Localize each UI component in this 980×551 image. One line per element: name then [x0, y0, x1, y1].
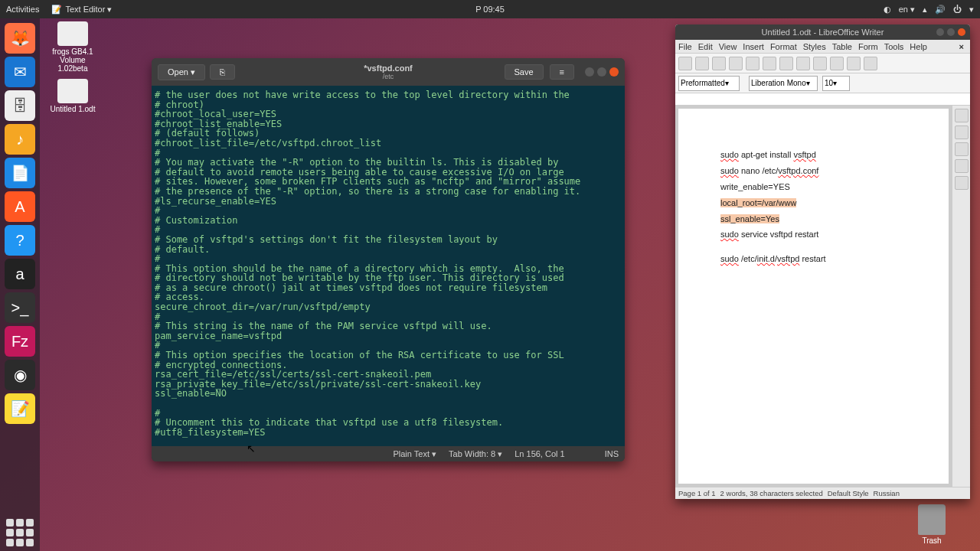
- undo-icon[interactable]: [813, 57, 827, 70]
- show-applications[interactable]: [6, 519, 34, 546]
- activities-button[interactable]: Activities: [6, 5, 39, 14]
- desktop-icon-label: frogs GB4.1 Volume 1.02beta: [46, 47, 100, 73]
- redo-icon[interactable]: [830, 57, 844, 70]
- lo-titlebar[interactable]: Untitled 1.odt - LibreOffice Writer: [675, 24, 970, 40]
- dock-thunderbird[interactable]: ✉: [5, 57, 35, 87]
- gedit-subtitle: /etc: [364, 73, 413, 80]
- dock-rhythmbox[interactable]: ♪: [5, 124, 35, 155]
- gedit-text-area[interactable]: # the user does not have write access to…: [152, 86, 625, 446]
- dock-obs[interactable]: ◉: [5, 360, 35, 390]
- save-button[interactable]: Save: [505, 64, 544, 80]
- desktop-icon-label: Untitled 1.odt: [46, 105, 100, 113]
- status-language[interactable]: Russian: [874, 489, 900, 497]
- menu-table[interactable]: Table: [832, 42, 852, 51]
- menu-tools[interactable]: Tools: [884, 42, 904, 51]
- desktop-icon-trash[interactable]: Trash: [905, 504, 959, 545]
- app-menu-icon: 📝: [51, 5, 62, 15]
- window-maximize[interactable]: [947, 28, 955, 36]
- gedit-headerbar[interactable]: Open ▾ ⎘ *vsftpd.conf /etc Save ≡: [152, 58, 625, 86]
- status-insert-mode[interactable]: INS: [605, 449, 619, 458]
- dock-gedit[interactable]: 📝: [5, 393, 35, 424]
- desktop-icon-usb[interactable]: frogs GB4.1 Volume 1.02beta: [46, 21, 100, 73]
- desktop-icon-doc[interactable]: Untitled 1.odt: [46, 79, 100, 113]
- dock-files[interactable]: 🗄: [5, 90, 35, 121]
- sidebar-page-icon[interactable]: [955, 176, 969, 190]
- menu-insert[interactable]: Insert: [743, 42, 764, 51]
- dock-filezilla[interactable]: Fz: [5, 326, 35, 357]
- window-close[interactable]: [609, 67, 619, 77]
- volume-icon[interactable]: 🔊: [935, 5, 946, 15]
- dock-terminal[interactable]: >_: [5, 292, 35, 323]
- window-minimize[interactable]: [585, 67, 594, 77]
- new-tab-button[interactable]: ⎘: [210, 64, 235, 80]
- menu-styles[interactable]: Styles: [803, 42, 826, 51]
- lo-format-toolbar: Preformatted ▾ Liberation Mono ▾ 10 ▾: [675, 73, 970, 93]
- gedit-window: Open ▾ ⎘ *vsftpd.conf /etc Save ≡ # the …: [152, 58, 625, 461]
- lo-menubar: File Edit View Insert Format Styles Tabl…: [675, 40, 970, 54]
- font-size-select[interactable]: 10 ▾: [822, 76, 850, 91]
- spellcheck-icon[interactable]: [864, 57, 877, 70]
- menu-view[interactable]: View: [719, 42, 737, 51]
- font-name-select[interactable]: Liberation Mono ▾: [749, 76, 818, 91]
- status-tabwidth[interactable]: Tab Width: 8 ▾: [449, 449, 502, 459]
- window-close[interactable]: [958, 28, 965, 36]
- lo-statusbar: Page 1 of 1 2 words, 38 characters selec…: [675, 487, 970, 499]
- status-icon[interactable]: ◐: [884, 5, 891, 15]
- print-icon[interactable]: [746, 57, 760, 70]
- dock-help[interactable]: ?: [5, 225, 35, 256]
- paste-icon[interactable]: [796, 57, 810, 70]
- menu-format[interactable]: Format: [770, 42, 797, 51]
- open-button[interactable]: Open ▾: [158, 64, 205, 80]
- app-menu-label: Text Editor ▾: [65, 5, 112, 15]
- pdf-icon[interactable]: [729, 57, 743, 70]
- top-panel: Activities 📝 Text Editor ▾ P 09:45 ◐ en …: [0, 0, 980, 18]
- sidebar-styles-icon[interactable]: [955, 126, 969, 139]
- menu-help[interactable]: Help: [910, 42, 927, 51]
- status-language[interactable]: Plain Text ▾: [393, 449, 436, 459]
- desktop-icon-label: Trash: [905, 536, 959, 545]
- paragraph-style-select[interactable]: Preformatted ▾: [678, 76, 740, 91]
- window-maximize[interactable]: [597, 67, 606, 77]
- app-menu[interactable]: 📝 Text Editor ▾: [51, 5, 112, 15]
- gedit-statusbar: Plain Text ▾ Tab Width: 8 ▾ Ln 156, Col …: [152, 446, 625, 461]
- lo-standard-toolbar: [675, 54, 970, 73]
- sidebar-properties-icon[interactable]: [955, 109, 969, 122]
- menu-file[interactable]: File: [678, 42, 692, 51]
- libreoffice-window: Untitled 1.odt - LibreOffice Writer File…: [675, 24, 970, 499]
- status-wordcount[interactable]: 2 words, 38 characters selected: [720, 489, 823, 497]
- save-icon[interactable]: [712, 57, 726, 70]
- status-style[interactable]: Default Style: [828, 489, 869, 497]
- horizontal-ruler[interactable]: [675, 93, 970, 106]
- window-minimize[interactable]: [936, 28, 944, 36]
- dock-writer[interactable]: 📄: [5, 158, 35, 188]
- hamburger-menu[interactable]: ≡: [550, 64, 574, 80]
- launcher-dock: 🦊 ✉ 🗄 ♪ 📄 A ? a >_ Fz ◉ 📝: [0, 18, 40, 551]
- clock[interactable]: P 09:45: [475, 5, 505, 14]
- network-icon[interactable]: ▴: [923, 5, 927, 15]
- new-icon[interactable]: [678, 57, 692, 70]
- gedit-title: *vsftpd.conf: [364, 64, 413, 73]
- menu-form[interactable]: Form: [858, 42, 878, 51]
- dock-amazon[interactable]: a: [5, 259, 35, 289]
- cut-icon[interactable]: [763, 57, 776, 70]
- open-icon[interactable]: [695, 57, 709, 70]
- copy-icon[interactable]: [779, 57, 793, 70]
- power-icon[interactable]: ⏻: [953, 5, 962, 14]
- language-indicator[interactable]: en ▾: [899, 5, 915, 15]
- sidebar-navigator-icon[interactable]: [955, 159, 969, 173]
- document-page[interactable]: sudo apt-get install vsftpd sudo nano /e…: [678, 109, 949, 484]
- status-page[interactable]: Page 1 of 1: [678, 489, 716, 497]
- lo-sidebar: [952, 106, 970, 487]
- status-position: Ln 156, Col 1: [514, 449, 564, 458]
- dropdown-icon[interactable]: ▾: [969, 5, 974, 15]
- find-icon[interactable]: [847, 57, 861, 70]
- menu-edit[interactable]: Edit: [698, 42, 713, 51]
- dock-firefox[interactable]: 🦊: [5, 23, 35, 54]
- document-close-icon[interactable]: ×: [956, 42, 967, 51]
- sidebar-gallery-icon[interactable]: [955, 142, 969, 156]
- lo-title-text: Untitled 1.odt - LibreOffice Writer: [762, 28, 884, 37]
- dock-software[interactable]: A: [5, 191, 35, 222]
